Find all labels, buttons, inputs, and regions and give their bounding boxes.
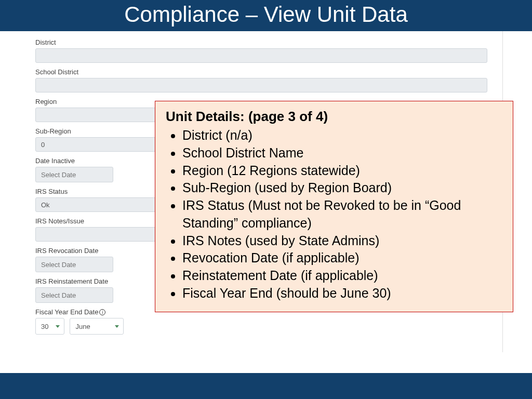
- irs-reinstatement-input[interactable]: [35, 287, 113, 303]
- info-icon[interactable]: i: [99, 309, 105, 315]
- school-district-label: School District: [35, 68, 488, 76]
- fiscal-month-select[interactable]: June: [70, 318, 124, 335]
- chevron-down-icon: [115, 325, 119, 328]
- date-inactive-input[interactable]: [35, 167, 113, 182]
- callout-item: Revocation Date (if applicable): [182, 249, 502, 267]
- fiscal-day-select[interactable]: 30: [35, 318, 64, 335]
- callout-item: School District Name: [182, 144, 502, 162]
- callout-item: Reinstatement Date (if applicable): [182, 267, 502, 285]
- callout-item: Fiscal Year End (should be June 30): [182, 285, 502, 302]
- district-label: District: [35, 38, 488, 46]
- fiscal-year-end-label-text: Fiscal Year End Date: [35, 308, 98, 316]
- page-header: Compliance – View Unit Data: [0, 0, 532, 31]
- callout-item: IRS Status (Must not be Revoked to be in…: [182, 197, 502, 232]
- page-footer: [0, 373, 532, 399]
- district-input[interactable]: [35, 48, 487, 63]
- callout-item: Sub-Region (used by Region Board): [182, 179, 502, 197]
- fiscal-day-value: 30: [41, 323, 48, 330]
- chevron-down-icon: [56, 325, 60, 328]
- callout-item: District (n/a): [182, 127, 502, 144]
- callout-list: District (n/a) School District Name Regi…: [166, 127, 502, 302]
- fiscal-month-value: June: [75, 323, 90, 330]
- page-title: Compliance – View Unit Data: [124, 2, 408, 26]
- content-area: District School District Region Sub-Regi…: [0, 31, 532, 373]
- help-callout: Unit Details: (page 3 of 4) District (n/…: [155, 101, 513, 312]
- school-district-input[interactable]: [35, 78, 487, 92]
- callout-item: Region (12 Regions statewide): [182, 162, 502, 180]
- callout-item: IRS Notes (used by State Admins): [182, 232, 502, 250]
- callout-title: Unit Details: (page 3 of 4): [166, 109, 502, 125]
- irs-revocation-input[interactable]: [35, 257, 113, 272]
